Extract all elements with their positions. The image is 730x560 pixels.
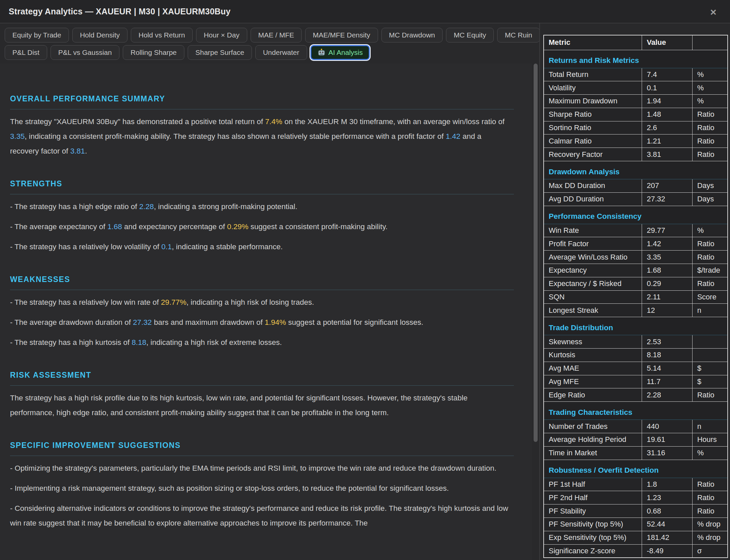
metric-name: SQN (544, 290, 642, 304)
metric-name: Avg MAE (544, 362, 642, 375)
tab-equity-by-trade[interactable]: Equity by Trade (5, 28, 69, 42)
tab-mc-equity[interactable]: MC Equity (446, 28, 494, 42)
tab-mae-mfe[interactable]: MAE / MFE (251, 28, 302, 42)
metric-unit: Ratio (692, 237, 728, 251)
metric-value: 5.14 (642, 362, 693, 375)
tab-hold-density[interactable]: Hold Density (72, 28, 127, 42)
table-row: Win Rate29.77% (544, 224, 728, 237)
metric-value: 11.7 (642, 375, 693, 388)
table-row: Sortino Ratio2.6Ratio (544, 121, 728, 134)
analysis-paragraph: - The average expectancy of 1.68 and exp… (10, 219, 509, 234)
close-icon[interactable]: × (707, 5, 720, 19)
tab-label: MC Equity (454, 31, 486, 39)
section-divider (10, 109, 514, 109)
analysis-section-weaknesses: WEAKNESSES- The strategy has a relativel… (10, 275, 509, 350)
section-heading: RISK ASSESSMENT (10, 371, 509, 380)
tab-hold-vs-return[interactable]: Hold vs Return (131, 28, 193, 42)
section-divider (10, 290, 514, 290)
text-run: - The strategy has a high kurtosis of (10, 338, 132, 347)
section-divider (10, 194, 514, 194)
text-run: , indicating a strong profit-making pote… (154, 202, 297, 211)
table-section-title: Performance Consistency (544, 206, 728, 224)
table-row: Maximum Drawdown1.94% (544, 95, 728, 108)
text-run: on the XAUEUR M 30 timeframe, with an av… (282, 117, 505, 126)
table-section-title: Returns and Risk Metrics (544, 50, 728, 68)
metric-name: Expectancy (544, 264, 642, 277)
content-scrollbar[interactable] (534, 64, 538, 442)
text-run: bars and maximum drawdown of (152, 318, 265, 326)
section-heading: STRENGTHS (10, 179, 509, 188)
text-run: , indicating a consistent profit-making … (25, 132, 446, 141)
metric-name: Total Return (544, 68, 642, 81)
table-row: Profit Factor1.42Ratio (544, 237, 728, 251)
tab-label: MAE/MFE Density (313, 31, 370, 39)
table-row: Calmar Ratio1.21Ratio (544, 134, 728, 148)
tab-label: Hold Density (80, 31, 120, 39)
tab-p-l-vs-gaussian[interactable]: P&L vs Gaussian (51, 45, 119, 60)
table-section-row: Returns and Risk Metrics (544, 50, 728, 68)
tab-hour-day[interactable]: Hour × Day (196, 28, 247, 42)
text-run: The strategy "XAUEURM 30Buy" has demonst… (10, 117, 265, 126)
metric-name: Longest Streak (544, 304, 642, 317)
analysis-paragraph: - Considering alternative indicators or … (10, 501, 509, 531)
metric-value: -8.49 (642, 544, 693, 558)
text-run: , indicating a high risk of losing trade… (186, 298, 314, 306)
metric-name: PF Sensitivity (top 5%) (544, 518, 642, 531)
metric-unit: Hours (692, 433, 728, 447)
content-scrollbar-track (534, 64, 538, 560)
tab-underwater[interactable]: Underwater (255, 45, 307, 60)
table-section-row: Trading Characteristics (544, 402, 728, 420)
table-row: PF 2nd Half1.23Ratio (544, 491, 728, 504)
metric-value: 1.8 (642, 478, 693, 491)
tab-label: MAE / MFE (258, 31, 294, 39)
metric-unit: n (692, 304, 728, 317)
text-run: - The average expectancy of (10, 222, 107, 231)
table-row: Time in Market31.16% (544, 446, 728, 460)
highlighted-value: 7.4% (265, 117, 282, 126)
tab-mae-mfe-density[interactable]: MAE/MFE Density (305, 28, 378, 42)
metric-unit (692, 349, 728, 362)
metric-unit: Ratio (692, 121, 728, 134)
metric-name: Edge Ratio (544, 388, 642, 402)
tab-ai-analysis[interactable]: AI Analysis (310, 45, 370, 60)
tab-bar: Equity by TradeHold DensityHold vs Retur… (0, 23, 539, 60)
tab-rolling-sharpe[interactable]: Rolling Sharpe (123, 45, 184, 60)
tab-mc-drawdown[interactable]: MC Drawdown (381, 28, 443, 42)
analysis-section-strengths: STRENGTHS- The strategy has a high edge … (10, 179, 509, 254)
highlighted-value: 8.18 (132, 338, 147, 347)
text-run: - The strategy has a relatively low win … (10, 298, 161, 306)
table-row: Average Win/Loss Ratio3.35Ratio (544, 251, 728, 264)
metric-name: Average Win/Loss Ratio (544, 251, 642, 264)
tab-label: MC Drawdown (389, 31, 435, 39)
metric-value: 3.81 (642, 148, 693, 161)
metric-unit: $ (692, 362, 728, 375)
ai-analysis-content: OVERALL PERFORMANCE SUMMARYThe strategy … (0, 64, 532, 560)
metric-unit: % (692, 446, 728, 460)
table-row: PF 1st Half1.8Ratio (544, 478, 728, 491)
metric-value: 440 (642, 420, 693, 433)
table-row: Average Holding Period19.61Hours (544, 433, 728, 447)
metric-name: Volatility (544, 81, 642, 95)
tab-p-l-dist[interactable]: P&L Dist (5, 45, 47, 60)
table-row: Volatility0.1% (544, 81, 728, 95)
table-section-title: Robustness / Overfit Detection (544, 460, 728, 478)
tab-sharpe-surface[interactable]: Sharpe Surface (188, 45, 252, 60)
tab-label: Rolling Sharpe (130, 49, 177, 57)
metric-unit: % (692, 95, 728, 108)
metric-unit: Ratio (692, 277, 728, 290)
table-row: PF Sensitivity (top 5%)52.44% drop (544, 518, 728, 531)
highlighted-value: 29.77% (161, 298, 186, 306)
metric-value: 2.53 (642, 335, 693, 349)
analysis-paragraph: The strategy "XAUEURM 30Buy" has demonst… (10, 114, 509, 159)
metric-name: Exp Sensitivity (top 5%) (544, 531, 642, 544)
metric-name: PF Stability (544, 504, 642, 518)
tab-mc-ruin[interactable]: MC Ruin (497, 28, 540, 42)
metric-name: Skewness (544, 335, 642, 349)
metric-value: 1.23 (642, 491, 693, 504)
metric-name: Win Rate (544, 224, 642, 237)
section-heading: WEAKNESSES (10, 275, 509, 284)
metrics-panel: MetricValueReturns and Risk MetricsTotal… (539, 23, 730, 560)
text-run: . (85, 147, 87, 155)
analysis-paragraph: - The strategy has a relatively low win … (10, 295, 509, 310)
tab-label: AI Analysis (329, 49, 363, 57)
